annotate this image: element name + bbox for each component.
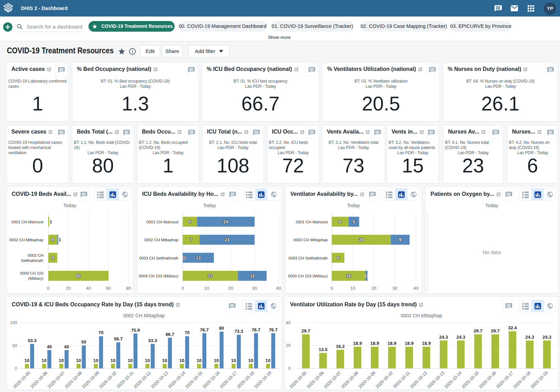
svg-text:10: 10 xyxy=(111,358,115,363)
svg-text:10: 10 xyxy=(145,358,150,363)
svg-text:23: 23 xyxy=(208,274,212,278)
svg-text:No data: No data xyxy=(483,249,501,255)
svg-text:2020-10-13: 2020-10-13 xyxy=(150,370,169,389)
svg-text:0009 CH 103 (Military): 0009 CH 103 (Military) xyxy=(288,274,328,278)
svg-text:2020-10-10: 2020-10-10 xyxy=(98,370,117,389)
svg-text:0009 CH 103: 0009 CH 103 xyxy=(20,271,43,275)
svg-text:9: 9 xyxy=(52,237,54,242)
svg-text:2020-10-06: 2020-10-06 xyxy=(306,370,325,389)
svg-text:18.9: 18.9 xyxy=(422,341,431,346)
svg-text:2020-10-17: 2020-10-17 xyxy=(219,370,238,389)
svg-text:2020-10-15: 2020-10-15 xyxy=(185,370,204,389)
svg-text:24.3: 24.3 xyxy=(456,335,465,340)
svg-text:76.7: 76.7 xyxy=(252,327,260,332)
svg-text:10: 10 xyxy=(59,358,64,363)
svg-text:2020-10-19: 2020-10-19 xyxy=(253,370,272,389)
svg-text:73.3: 73.3 xyxy=(235,329,243,334)
svg-text:9: 9 xyxy=(399,237,401,242)
svg-text:(Military): (Military) xyxy=(28,276,43,280)
svg-text:6: 6 xyxy=(337,256,339,261)
svg-text:24.3: 24.3 xyxy=(525,335,534,340)
svg-text:32.4: 32.4 xyxy=(508,325,517,330)
svg-text:7: 7 xyxy=(190,237,192,242)
svg-text:10: 10 xyxy=(76,358,81,363)
svg-text:1: 1 xyxy=(50,220,52,224)
svg-text:40: 40 xyxy=(47,344,52,349)
svg-text:10: 10 xyxy=(93,358,98,363)
svg-text:8: 8 xyxy=(339,220,341,224)
svg-text:0001 CH Mahosot: 0001 CH Mahosot xyxy=(146,220,178,224)
svg-text:40: 40 xyxy=(86,286,91,291)
svg-text:2020-10-16: 2020-10-16 xyxy=(478,370,497,389)
svg-text:30: 30 xyxy=(392,286,397,291)
svg-text:Today: Today xyxy=(203,203,216,208)
svg-text:2020-10-15: 2020-10-15 xyxy=(461,370,480,389)
svg-text:2020-10-18: 2020-10-18 xyxy=(236,370,255,389)
svg-text:24.3: 24.3 xyxy=(542,335,551,340)
svg-text:Setthathirath: Setthathirath xyxy=(21,258,43,263)
svg-text:0002 CH Mittaphap: 0002 CH Mittaphap xyxy=(144,238,178,242)
svg-text:2020-10-10: 2020-10-10 xyxy=(375,370,394,389)
svg-text:2020-10-13: 2020-10-13 xyxy=(426,370,445,389)
svg-text:0001 CH Mahosot: 0001 CH Mahosot xyxy=(11,220,43,224)
svg-text:66.7: 66.7 xyxy=(166,332,174,337)
svg-text:40: 40 xyxy=(286,320,291,325)
svg-text:75.9: 75.9 xyxy=(131,328,140,333)
svg-text:10: 10 xyxy=(128,358,133,363)
svg-text:10: 10 xyxy=(42,358,46,363)
svg-text:10: 10 xyxy=(266,358,270,363)
svg-text:5: 5 xyxy=(353,220,355,224)
svg-text:10: 10 xyxy=(197,358,201,363)
svg-text:10: 10 xyxy=(162,358,167,363)
svg-text:2020-10-07: 2020-10-07 xyxy=(323,370,342,389)
svg-text:2020-10-12: 2020-10-12 xyxy=(409,370,428,389)
svg-text:10: 10 xyxy=(24,358,29,363)
svg-text:53.3: 53.3 xyxy=(28,338,37,343)
svg-text:2020-10-05: 2020-10-05 xyxy=(12,370,31,389)
svg-text:2020-10-05: 2020-10-05 xyxy=(289,370,308,389)
svg-text:12: 12 xyxy=(250,274,255,278)
svg-text:60: 60 xyxy=(106,286,111,291)
svg-text:16: 16 xyxy=(346,274,351,278)
svg-text:13: 13 xyxy=(196,256,200,261)
svg-text:Today: Today xyxy=(347,203,360,208)
svg-text:10: 10 xyxy=(350,286,355,291)
svg-text:50: 50 xyxy=(81,339,86,345)
svg-text:Today: Today xyxy=(63,203,76,208)
svg-text:2020-10-09: 2020-10-09 xyxy=(357,370,376,389)
svg-text:24.3: 24.3 xyxy=(439,335,448,340)
svg-text:0: 0 xyxy=(181,286,184,291)
svg-text:0: 0 xyxy=(15,366,17,371)
svg-text:53.3: 53.3 xyxy=(148,338,157,343)
svg-text:29.7: 29.7 xyxy=(301,328,310,333)
svg-text:76.7: 76.7 xyxy=(269,327,278,332)
svg-text:80: 80 xyxy=(126,286,131,291)
svg-text:2020-10-14: 2020-10-14 xyxy=(167,370,186,389)
svg-text:0: 0 xyxy=(183,256,185,261)
svg-text:2020-10-08: 2020-10-08 xyxy=(340,370,359,389)
svg-text:2020-10-11: 2020-10-11 xyxy=(116,370,134,389)
svg-text:10: 10 xyxy=(179,358,184,363)
svg-text:16.2: 16.2 xyxy=(336,344,344,349)
svg-text:10: 10 xyxy=(214,358,219,363)
svg-text:20: 20 xyxy=(228,286,233,291)
svg-text:18.9: 18.9 xyxy=(405,341,413,346)
svg-text:0002 CH Mittaphap: 0002 CH Mittaphap xyxy=(293,238,328,242)
svg-text:24: 24 xyxy=(223,220,228,224)
svg-text:2020-10-11: 2020-10-11 xyxy=(392,370,411,389)
svg-text:40: 40 xyxy=(64,344,69,349)
svg-text:10: 10 xyxy=(204,286,209,291)
svg-text:2020-10-08: 2020-10-08 xyxy=(64,370,83,389)
svg-text:2020-10-06: 2020-10-06 xyxy=(30,370,49,389)
svg-text:20: 20 xyxy=(286,343,291,348)
svg-text:9: 9 xyxy=(52,256,54,261)
svg-text:2020-10-14: 2020-10-14 xyxy=(444,370,463,389)
svg-text:0: 0 xyxy=(288,366,291,371)
svg-text:56.7: 56.7 xyxy=(114,336,123,341)
svg-text:0002 CH Mittaphap: 0002 CH Mittaphap xyxy=(9,238,43,242)
svg-text:70: 70 xyxy=(185,330,189,335)
svg-text:0003 CH Setthathirath: 0003 CH Setthathirath xyxy=(139,256,178,260)
svg-text:1: 1 xyxy=(365,274,368,278)
svg-text:80: 80 xyxy=(219,326,224,331)
svg-text:20: 20 xyxy=(371,286,376,291)
